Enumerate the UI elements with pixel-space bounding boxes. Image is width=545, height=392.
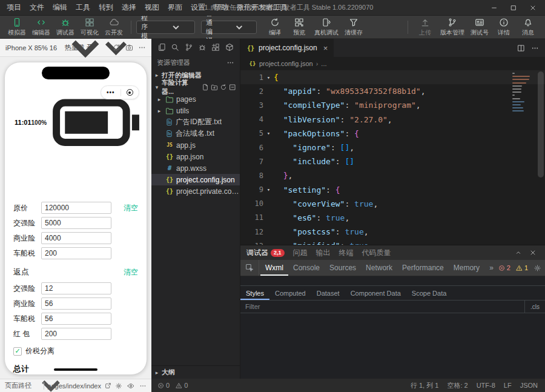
debugger-tab[interactable]: 代码质量 <box>362 248 391 258</box>
action-git-branch[interactable]: 版本管理 <box>437 18 467 37</box>
project-section[interactable]: ▾ 车险计算器... <box>151 81 240 93</box>
debugger-tab[interactable]: 终端 <box>339 248 354 258</box>
menu-item[interactable]: 文件 <box>25 0 48 15</box>
fold-icon[interactable]: ▾ <box>263 75 274 81</box>
menu-item[interactable]: 设置 <box>187 0 210 15</box>
problems-warnings[interactable]: 0 <box>176 382 188 389</box>
collapse-button[interactable] <box>229 84 236 91</box>
eol[interactable]: LF <box>504 382 512 389</box>
cls-toggle[interactable]: .cls <box>524 301 545 313</box>
menu-item[interactable]: 选择 <box>117 0 140 15</box>
devtools-tab-sources[interactable]: Sources <box>325 260 361 276</box>
minimap[interactable] <box>512 73 535 113</box>
git-branch-button[interactable] <box>185 43 193 51</box>
action-upload[interactable]: 上传 <box>413 18 437 37</box>
menu-item[interactable]: 帮助 <box>210 0 233 15</box>
fold-icon[interactable]: ▾ <box>263 187 274 193</box>
menu-item[interactable]: 工具 <box>71 0 94 15</box>
menu-item[interactable]: 编辑 <box>48 0 71 15</box>
new-file-button[interactable] <box>202 84 209 91</box>
action-idcard[interactable]: 测试号 <box>467 18 492 37</box>
action-phone-wifi[interactable]: 真机调试 <box>311 18 342 37</box>
tree-item[interactable]: 合法域名.txt <box>151 128 240 139</box>
code-editor[interactable]: 1▾{2 "appid": "wx8953347352f88b1d",3 "co… <box>240 70 545 245</box>
devtools-tab-memory[interactable]: Memory <box>449 260 484 276</box>
more-button[interactable] <box>531 44 539 52</box>
more-button[interactable] <box>226 59 234 67</box>
indent-setting[interactable]: 空格: 2 <box>447 381 467 390</box>
files-button[interactable] <box>157 43 166 51</box>
mode-select[interactable]: 小程序模式 <box>136 21 195 34</box>
breadcrumb[interactable]: {} project.config.json › ... <box>240 57 545 70</box>
debugger-tab[interactable]: 调试器2,1 <box>246 248 285 258</box>
debugger-tab[interactable]: 问题 <box>293 248 308 258</box>
action-compile[interactable]: 编译 <box>263 18 287 37</box>
extensions-button[interactable] <box>211 43 220 51</box>
more-button[interactable] <box>139 382 147 390</box>
tree-item[interactable]: ▸pages <box>151 93 240 105</box>
clear-link[interactable]: 清空 <box>124 203 138 213</box>
editor-tab[interactable]: {} project.config.json × <box>240 39 334 57</box>
gear-button[interactable] <box>533 264 541 272</box>
split-button[interactable] <box>517 44 525 52</box>
action-info[interactable]: 详情 <box>492 18 516 37</box>
tree-item[interactable]: {}app.json <box>151 151 240 162</box>
devtools-tab-overflow[interactable]: » <box>484 260 498 276</box>
panel-tab-computed[interactable]: Computed <box>269 286 311 300</box>
new-folder-button[interactable] <box>211 84 218 91</box>
package-button[interactable] <box>225 43 234 51</box>
open-external-button[interactable] <box>105 382 111 389</box>
devtools-tab-performance[interactable]: Performance <box>397 260 449 276</box>
field-input[interactable] <box>41 247 111 259</box>
problems-errors[interactable]: 0 <box>157 382 170 389</box>
menu-item[interactable]: 项目 <box>2 0 25 15</box>
devtools-tab-network[interactable]: Network <box>361 260 397 276</box>
tree-item[interactable]: {}project.config.json <box>151 174 240 185</box>
field-input[interactable] <box>41 202 111 214</box>
action-bell[interactable]: 消息 <box>516 18 540 37</box>
action-funnel[interactable]: 清缓存 <box>342 18 366 37</box>
more-button[interactable] <box>138 44 146 51</box>
console-warning-count[interactable]: 1 <box>516 264 528 271</box>
devtools-tab-console[interactable]: Console <box>288 260 325 276</box>
menu-item[interactable]: 微信开发者工具 <box>233 0 292 15</box>
panel-tab-component-data[interactable]: Component Data <box>345 286 406 300</box>
menu-item[interactable]: 转到 <box>94 0 117 15</box>
rotate-button[interactable] <box>113 44 121 51</box>
capsule-menu[interactable]: ••• <box>101 85 139 99</box>
field-input[interactable] <box>41 297 111 310</box>
debug-button[interactable] <box>198 43 206 51</box>
gear-button[interactable] <box>115 382 122 390</box>
chevron-up-button[interactable] <box>515 249 522 256</box>
eye-button[interactable] <box>127 382 134 390</box>
close-icon[interactable]: × <box>323 44 328 53</box>
outline-section[interactable]: ▸ 大纲 <box>151 365 240 379</box>
field-input[interactable] <box>41 282 111 294</box>
maximize-button[interactable] <box>504 0 523 15</box>
minimize-button[interactable] <box>484 0 504 15</box>
field-input[interactable] <box>41 328 111 340</box>
tree-item[interactable]: #app.wxss <box>151 162 240 174</box>
tree-item[interactable]: {}project.private.config.js... <box>151 185 240 197</box>
scrollbar[interactable] <box>538 71 544 178</box>
tree-item[interactable]: 广告ID配置.txt <box>151 116 240 128</box>
close-button[interactable] <box>529 249 537 256</box>
compile-mode-select[interactable]: 普通编译 <box>201 21 257 34</box>
tree-item[interactable]: JSapp.js <box>151 139 240 151</box>
cursor-position[interactable]: 行 1, 列 1 <box>411 381 438 390</box>
refresh-button[interactable] <box>220 84 227 91</box>
inspect-element-button[interactable] <box>240 260 259 276</box>
tree-item[interactable]: ▸utils <box>151 105 240 116</box>
devtools-tab-wxml[interactable]: Wxml <box>260 260 288 276</box>
panel-tab-styles[interactable]: Styles <box>240 286 269 300</box>
debugger-tab[interactable]: 输出 <box>316 248 331 258</box>
field-input[interactable] <box>41 217 111 229</box>
console-error-count[interactable]: 2 <box>498 264 510 271</box>
encoding[interactable]: UTF-8 <box>477 382 495 389</box>
tax-separate-checkbox[interactable]: ✓价税分离 <box>13 346 138 356</box>
panel-tab-dataset[interactable]: Dataset <box>311 286 345 300</box>
menu-item[interactable]: 视图 <box>140 0 164 15</box>
close-button[interactable] <box>523 0 543 15</box>
camera-button[interactable] <box>125 44 133 51</box>
language-mode[interactable]: JSON <box>520 382 538 389</box>
